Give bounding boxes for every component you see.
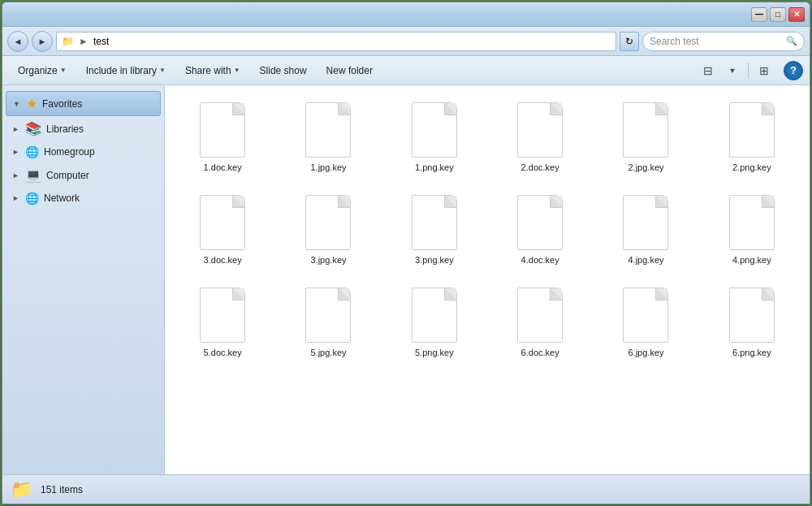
- address-path[interactable]: 📁 ► test: [56, 32, 616, 51]
- view-dropdown-button[interactable]: ▼: [721, 59, 744, 82]
- slide-show-button[interactable]: Slide show: [251, 59, 316, 82]
- file-page: [305, 288, 351, 343]
- sidebar-item-homegroup[interactable]: ► 🌐 Homegroup: [6, 141, 161, 162]
- libraries-label: Libraries: [46, 123, 84, 135]
- file-name: 6.jpg.key: [628, 348, 663, 357]
- file-corner: [233, 103, 244, 115]
- forward-button[interactable]: ►: [32, 31, 53, 52]
- maximize-button[interactable]: □: [770, 7, 786, 22]
- file-item[interactable]: 4.jpg.key: [596, 186, 695, 272]
- file-corner: [339, 103, 350, 115]
- sidebar-item-libraries[interactable]: ► 📚 Libraries: [6, 117, 161, 141]
- file-icon: [408, 286, 460, 344]
- folder-icon: 📁: [62, 36, 74, 47]
- file-page: [200, 288, 245, 343]
- back-button[interactable]: ◄: [7, 31, 28, 52]
- file-corner: [551, 288, 562, 300]
- file-page: [200, 195, 245, 250]
- slide-show-label: Slide show: [260, 65, 307, 76]
- favorites-icon: ★: [26, 96, 37, 111]
- file-icon: [197, 101, 248, 159]
- file-name: 2.jpg.key: [628, 162, 663, 172]
- file-item[interactable]: 6.png.key: [702, 279, 801, 365]
- file-item[interactable]: 1.png.key: [385, 93, 484, 179]
- file-corner: [762, 196, 774, 207]
- file-page: [200, 102, 245, 158]
- path-separator: ►: [79, 36, 89, 47]
- file-name: 6.png.key: [732, 348, 771, 357]
- file-name: 1.jpg.key: [310, 162, 346, 172]
- file-item[interactable]: 4.png.key: [702, 186, 801, 272]
- file-item[interactable]: 5.doc.key: [173, 279, 272, 365]
- file-corner: [762, 103, 774, 115]
- file-item[interactable]: 3.png.key: [385, 186, 484, 272]
- file-item[interactable]: 2.jpg.key: [596, 93, 695, 179]
- file-item[interactable]: 1.doc.key: [173, 93, 272, 179]
- file-name: 5.png.key: [415, 348, 454, 357]
- file-icon: [514, 286, 566, 344]
- minimize-button[interactable]: —: [751, 7, 767, 22]
- toolbar: Organize ▼ Include in library ▼ Share wi…: [2, 56, 810, 85]
- file-item[interactable]: 5.png.key: [385, 279, 484, 365]
- network-label: Network: [44, 192, 80, 204]
- file-page: [412, 102, 457, 158]
- network-expand-icon: ►: [12, 194, 20, 202]
- share-chevron: ▼: [234, 67, 240, 74]
- status-folder-icon: 📁: [11, 479, 32, 500]
- view-button-1[interactable]: ⊟: [697, 59, 719, 82]
- file-name: 2.png.key: [732, 162, 771, 172]
- close-button[interactable]: ✕: [788, 7, 805, 22]
- new-folder-label: New folder: [326, 65, 373, 76]
- file-page: [517, 102, 563, 158]
- search-icon: 🔍: [786, 36, 797, 46]
- homegroup-expand-icon: ►: [12, 148, 20, 156]
- file-page: [517, 195, 563, 250]
- file-name: 1.png.key: [415, 162, 454, 172]
- view-button-2[interactable]: ⊞: [753, 59, 775, 82]
- file-item[interactable]: 3.jpg.key: [279, 186, 378, 272]
- file-item[interactable]: 6.jpg.key: [596, 279, 695, 365]
- file-icon: [726, 101, 778, 159]
- sidebar-item-network[interactable]: ► 🌐 Network: [6, 188, 161, 209]
- file-icon: [514, 101, 566, 159]
- file-icon: [620, 193, 672, 252]
- help-button[interactable]: ?: [784, 61, 803, 80]
- file-page: [729, 102, 775, 158]
- homegroup-label: Homegroup: [44, 146, 95, 158]
- search-box[interactable]: Search test 🔍: [642, 32, 805, 51]
- file-name: 4.jpg.key: [628, 255, 663, 265]
- include-in-library-button[interactable]: Include in library ▼: [77, 59, 175, 82]
- organize-label: Organize: [18, 65, 58, 76]
- refresh-button[interactable]: ↻: [620, 32, 639, 51]
- file-icon: [302, 286, 354, 344]
- sidebar-item-favorites[interactable]: ▼ ★ Favorites: [6, 91, 161, 116]
- file-item[interactable]: 4.doc.key: [490, 186, 590, 272]
- file-name: 1.doc.key: [204, 162, 242, 172]
- file-item[interactable]: 5.jpg.key: [279, 279, 378, 365]
- file-item[interactable]: 3.doc.key: [173, 186, 272, 272]
- title-bar: — □ ✕: [2, 2, 810, 27]
- organize-button[interactable]: Organize ▼: [9, 59, 76, 82]
- file-item[interactable]: 2.doc.key: [490, 93, 590, 179]
- new-folder-button[interactable]: New folder: [317, 59, 382, 82]
- file-name: 4.png.key: [732, 255, 771, 265]
- file-item[interactable]: 1.jpg.key: [279, 93, 378, 179]
- libraries-expand-icon: ►: [12, 125, 20, 133]
- libraries-icon: 📚: [25, 121, 41, 136]
- file-page: [305, 195, 351, 250]
- file-item[interactable]: 6.doc.key: [490, 279, 590, 365]
- favorites-label: Favorites: [42, 98, 82, 110]
- homegroup-icon: 🌐: [25, 145, 39, 158]
- file-icon: [514, 193, 566, 252]
- file-page: [412, 288, 457, 343]
- file-item[interactable]: 2.png.key: [702, 93, 801, 179]
- file-icon: [408, 101, 460, 159]
- file-corner: [762, 288, 774, 300]
- computer-expand-icon: ►: [12, 171, 20, 179]
- sidebar-item-computer[interactable]: ► 💻 Computer: [6, 163, 161, 187]
- file-corner: [233, 288, 244, 300]
- include-chevron: ▼: [159, 67, 166, 74]
- share-with-button[interactable]: Share with ▼: [176, 59, 249, 82]
- file-icon: [726, 193, 778, 252]
- file-page: [517, 288, 563, 343]
